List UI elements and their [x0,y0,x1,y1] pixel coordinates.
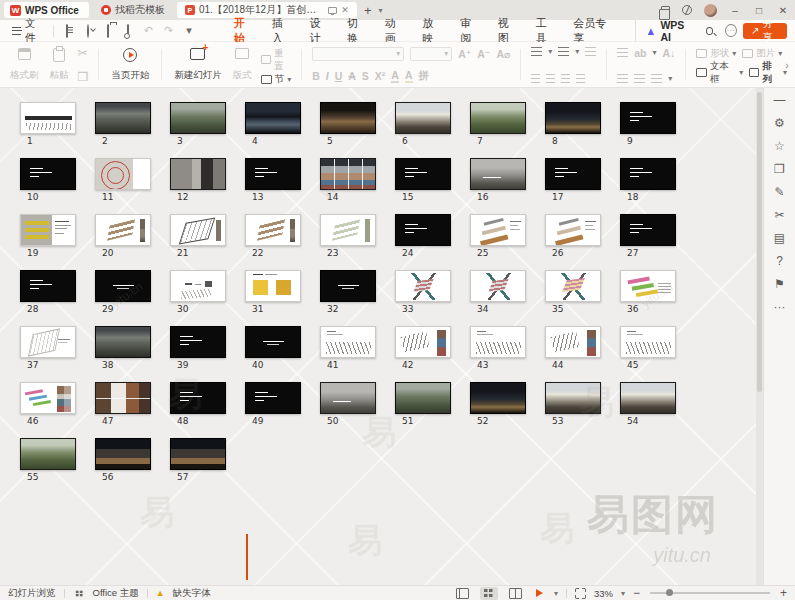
slide-thumbnail[interactable] [395,214,451,246]
font-color-icon[interactable]: A [391,69,399,83]
slide-thumbnail[interactable] [620,102,676,134]
slide-cell[interactable]: 27 [620,214,676,258]
slide-cell[interactable]: 43 [470,326,526,370]
slide-cell[interactable]: 18 [620,158,676,202]
slide-cell[interactable]: 10 [20,158,76,202]
slide-cell[interactable]: 9 [620,102,676,146]
slide-cell[interactable]: 8 [545,102,601,146]
font-name-select[interactable]: ▾ [312,47,404,61]
slide-cell[interactable]: 21 [170,214,226,258]
slide-thumbnail[interactable] [245,270,301,302]
section-button[interactable]: 节 ▾ [261,73,292,86]
slide-thumbnail[interactable] [20,102,76,134]
slide-thumbnail[interactable] [320,326,376,358]
font-size-select[interactable]: ▾ [410,47,452,61]
slide-thumbnail[interactable] [620,382,676,414]
slide-thumbnail[interactable] [320,158,376,190]
slide-cell[interactable]: 17 [545,158,601,202]
slide-cell[interactable]: 40 [245,326,301,370]
window-layout-icon[interactable] [661,6,670,15]
slide-thumbnail[interactable] [395,102,451,134]
slide-thumbnail[interactable] [545,382,601,414]
underline-icon[interactable]: U [335,70,343,82]
slide-cell[interactable]: 31 [245,270,301,314]
slide-thumbnail[interactable] [20,270,76,302]
slide-cell[interactable]: 50 [320,382,376,426]
collapse-pane-icon[interactable]: — [772,94,788,106]
slide-cell[interactable]: 5 [320,102,376,146]
slide-thumbnail[interactable] [620,214,676,246]
file-menu-button[interactable]: 文件 [8,17,47,45]
slide-cell[interactable]: 51 [395,382,451,426]
tab-docer-template[interactable]: 找稻壳模板 [93,2,173,18]
justify-icon[interactable] [576,74,585,83]
text-direction-icon[interactable]: ab [634,47,646,59]
share-button[interactable]: ↗ 分享 [743,23,787,39]
save-button[interactable] [60,25,74,37]
slide-thumbnail[interactable] [20,326,76,358]
slide-sorter-canvas[interactable]: 1234567891011121314151617181920212223242… [0,88,763,585]
slide-cell[interactable]: 49 [245,382,301,426]
slide-thumbnail[interactable] [395,158,451,190]
slide-cell[interactable]: 6 [395,102,451,146]
slide-thumbnail[interactable] [545,158,601,190]
global-icon[interactable] [682,5,692,15]
slide-cell[interactable]: 19 [20,214,76,258]
slide-cell[interactable]: 12 [170,158,226,202]
ribbon-expand-button[interactable]: › [781,56,793,74]
slide-thumbnail[interactable] [470,102,526,134]
user-avatar[interactable] [704,4,717,17]
assistant-icon[interactable]: ··· [725,24,737,37]
slide-cell[interactable]: 33 [395,270,451,314]
wps-ai-button[interactable]: ▲ WPS AI [635,19,692,43]
theme-label[interactable]: Office 主题 [93,587,139,600]
slide-thumbnail[interactable] [620,326,676,358]
properties-icon[interactable]: ⚙ [772,117,788,129]
decrease-indent-icon[interactable] [585,47,596,56]
format-painter-button[interactable]: 格式刷 [8,46,41,84]
missing-font-label[interactable]: 缺失字体 [173,587,211,600]
highlight-icon[interactable]: A [405,69,413,83]
slide-cell[interactable]: 23 [320,214,376,258]
slide-thumbnail[interactable] [470,382,526,414]
minimize-button[interactable]: – [729,5,741,16]
notebook-icon[interactable]: ▤ [772,232,788,244]
slide-cell[interactable]: 7 [470,102,526,146]
slide-thumbnail[interactable] [470,214,526,246]
slide-cell[interactable]: 52 [470,382,526,426]
shadow-icon[interactable]: S [362,70,369,82]
paragraph-spacing-icon[interactable] [634,74,645,83]
slide-thumbnail[interactable] [170,438,226,470]
numbered-list-icon[interactable] [558,47,569,56]
decrease-font-icon[interactable]: A⁻ [477,48,490,60]
slide-cell[interactable]: 53 [545,382,601,426]
slide-thumbnail[interactable] [245,382,301,414]
slide-thumbnail[interactable] [95,102,151,134]
slide-thumbnail[interactable] [470,270,526,302]
play-from-current-button[interactable]: 当页开始 [109,46,151,84]
slide-cell[interactable]: 45 [620,326,676,370]
slide-cell[interactable]: 28 [20,270,76,314]
slide-thumbnail[interactable] [545,214,601,246]
quick-access-chevron-icon[interactable]: ▾ [182,24,196,37]
slide-cell[interactable]: 35 [545,270,601,314]
slide-cell[interactable]: 15 [395,158,451,202]
slide-thumbnail[interactable] [620,270,676,302]
pinyin-icon[interactable]: 拼 [419,69,430,83]
slide-thumbnail[interactable] [470,326,526,358]
slide-thumbnail[interactable] [170,158,226,190]
favorites-icon[interactable]: ☆ [772,140,788,152]
slide-thumbnail[interactable] [95,214,151,246]
slide-thumbnail[interactable] [170,382,226,414]
bold-icon[interactable]: B [312,70,320,82]
feedback-icon[interactable]: ⚑ [772,278,788,290]
copy-icon[interactable]: ❐ [78,71,89,83]
zoom-out-button[interactable]: − [633,586,640,600]
slide-thumbnail[interactable] [170,102,226,134]
slide-cell[interactable]: 24 [395,214,451,258]
slide-thumbnail[interactable] [20,438,76,470]
fit-to-window-icon[interactable] [575,588,586,599]
slide-thumbnail[interactable] [170,326,226,358]
columns-icon[interactable] [617,48,628,57]
strikethrough-icon[interactable]: A [348,70,356,82]
